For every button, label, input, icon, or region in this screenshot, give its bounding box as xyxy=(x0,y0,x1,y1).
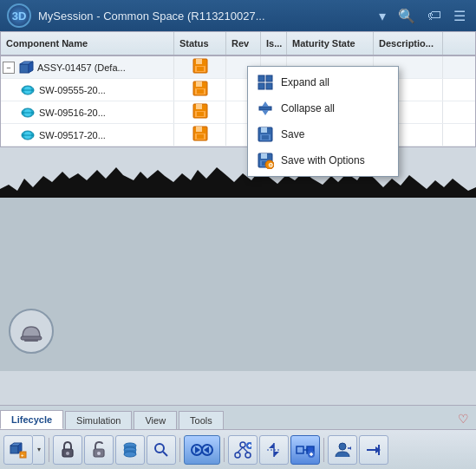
svg-marker-83 xyxy=(274,452,279,457)
separator-3 xyxy=(224,438,225,462)
menu-item-save-with-options[interactable]: ⚙ Save with Options xyxy=(248,147,398,173)
col-rev: Rev xyxy=(226,32,261,55)
connect-button[interactable] xyxy=(290,435,320,465)
tab-lifecycle[interactable]: Lifecycle xyxy=(0,410,63,429)
svg-rect-36 xyxy=(259,107,271,110)
svg-line-77 xyxy=(243,447,248,453)
title-bar-actions: ▾ 🔍 🏷 ☰ xyxy=(375,6,469,26)
add-node-button[interactable] xyxy=(228,435,258,465)
menu-item-expand-all[interactable]: Expand all xyxy=(248,69,398,95)
helmet-icon xyxy=(18,320,44,342)
svg-point-75 xyxy=(245,453,251,458)
person-button[interactable] xyxy=(328,435,357,465)
svg-rect-34 xyxy=(258,83,264,89)
app-logo: 3D xyxy=(7,3,31,28)
split-button[interactable] xyxy=(259,435,289,465)
collapse-all-icon xyxy=(257,100,274,117)
svg-point-92 xyxy=(339,443,346,450)
row-status-3 xyxy=(174,124,226,146)
assy-icon xyxy=(18,60,34,75)
svg-point-74 xyxy=(235,453,240,458)
table-row[interactable]: SW-09555-20... xyxy=(1,79,475,101)
component-table: Component Name Status Rev Is... Maturity… xyxy=(0,31,476,147)
svg-rect-4 xyxy=(196,59,202,64)
svg-rect-12 xyxy=(196,81,202,87)
save-status-icon-1 xyxy=(192,80,209,101)
col-description: Descriptio... xyxy=(374,32,443,55)
tab-tools[interactable]: Tools xyxy=(179,411,224,429)
search-button[interactable] xyxy=(147,435,176,465)
row-name-1: SW-09555-20... xyxy=(1,79,174,101)
svg-rect-40 xyxy=(261,127,267,133)
save-status-icon-3 xyxy=(192,125,209,146)
separator-2 xyxy=(179,438,180,462)
svg-rect-45 xyxy=(261,153,267,159)
svg-rect-33 xyxy=(266,75,272,81)
svg-rect-30 xyxy=(197,134,204,139)
assembly-dropdown-arrow[interactable]: ▾ xyxy=(33,435,45,465)
table-row[interactable]: SW-09517-20... xyxy=(1,124,475,147)
svg-marker-72 xyxy=(204,446,209,453)
svg-rect-20 xyxy=(196,104,202,109)
lock-button[interactable] xyxy=(53,435,82,465)
sw-icon-3 xyxy=(20,127,36,143)
assembly-button[interactable]: + xyxy=(3,435,33,465)
database-button[interactable] xyxy=(115,435,145,465)
svg-rect-52 xyxy=(24,339,38,342)
save-options-icon: ⚙ xyxy=(257,152,274,169)
col-maturity: Maturity State xyxy=(287,32,374,55)
menu-label-save: Save xyxy=(281,128,304,140)
col-component-name: Component Name xyxy=(1,32,174,55)
bottom-toolbar: + ▾ xyxy=(0,429,476,469)
menu-label-expand-all: Expand all xyxy=(281,76,329,88)
context-menu: Expand all Collapse all Save xyxy=(247,66,399,177)
svg-point-73 xyxy=(240,442,245,447)
svg-rect-43 xyxy=(267,128,269,132)
svg-rect-31 xyxy=(202,127,204,131)
title-tag-icon[interactable]: 🏷 xyxy=(424,6,445,25)
table-row[interactable]: − ASSY-01457 (Defa... xyxy=(1,56,475,79)
svg-rect-7 xyxy=(202,60,204,63)
menu-label-save-with-options: Save with Options xyxy=(281,154,365,166)
svg-rect-15 xyxy=(202,82,204,86)
unlock-button[interactable] xyxy=(84,435,114,465)
expand-all-icon xyxy=(257,74,274,91)
svg-point-59 xyxy=(66,452,69,455)
svg-rect-6 xyxy=(197,67,204,71)
save-status-icon-0 xyxy=(192,57,209,78)
svg-marker-82 xyxy=(269,443,274,448)
svg-line-76 xyxy=(238,447,243,453)
menu-item-save[interactable]: Save xyxy=(248,121,398,147)
svg-point-66 xyxy=(124,452,136,457)
helmet-circle xyxy=(9,309,54,354)
col-status: Status xyxy=(174,32,226,55)
tab-view[interactable]: View xyxy=(134,411,177,429)
table-row[interactable]: SW-09516-20... xyxy=(1,101,475,124)
row-name-text-2: SW-09516-20... xyxy=(39,107,106,118)
title-search-icon[interactable]: 🔍 xyxy=(394,6,419,26)
svg-point-67 xyxy=(155,444,164,453)
expand-toggle-0[interactable]: − xyxy=(3,62,15,74)
sw-icon-1 xyxy=(20,82,36,98)
svg-marker-38 xyxy=(262,110,269,115)
svg-rect-22 xyxy=(197,112,204,116)
arrow-right-button[interactable] xyxy=(359,435,388,465)
svg-rect-48 xyxy=(267,154,269,158)
save-icon xyxy=(257,126,274,143)
title-menu-icon[interactable]: ☰ xyxy=(450,6,469,26)
title-dropdown-icon[interactable]: ▾ xyxy=(375,6,389,26)
menu-label-collapse-all: Collapse all xyxy=(281,102,335,114)
title-bar: 3D MySession - Common Space (R113210027.… xyxy=(0,0,476,31)
row-name-3: SW-09517-20... xyxy=(1,124,174,146)
favorite-icon[interactable]: ♡ xyxy=(451,408,476,429)
row-status-2 xyxy=(174,101,226,123)
tab-simulation[interactable]: Simulation xyxy=(65,411,132,429)
row-name-0: − ASSY-01457 (Defa... xyxy=(1,56,174,78)
separator-4 xyxy=(323,438,324,462)
separator-1 xyxy=(49,438,49,462)
svg-rect-23 xyxy=(202,105,204,108)
assembly-btn-group: + ▾ xyxy=(3,435,45,465)
cycle-button[interactable] xyxy=(184,435,220,465)
svg-rect-53 xyxy=(10,446,18,453)
menu-item-collapse-all[interactable]: Collapse all xyxy=(248,95,398,121)
